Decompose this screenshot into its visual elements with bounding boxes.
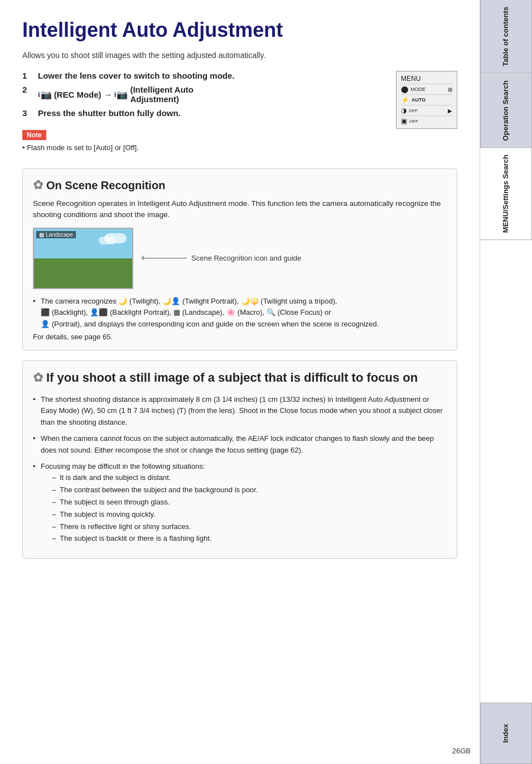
intelligent-auto-label: (Intelligent AutoAdjustment)	[130, 85, 194, 104]
focus-bullet-3: Focusing may be difficult in the followi…	[33, 461, 447, 545]
sub-bullet-3: The subject is seen through glass.	[52, 497, 447, 508]
twilight-label: (Twilight),	[129, 297, 162, 305]
twilight-tripod-icon: 🌙🔱	[241, 297, 259, 305]
scene-desc: Scene Recognition operates in Intelligen…	[33, 198, 447, 221]
backlight-label: (Backlight),	[52, 308, 90, 316]
cloud-shape-2	[99, 237, 115, 244]
backlight-portrait-label: (Backlight Portrait),	[110, 308, 173, 316]
landscape-label: (Landscape),	[182, 308, 227, 316]
steps-left: 1 Lower the lens cover to switch to shoo…	[22, 71, 387, 161]
rec-mode-label: (REC Mode) →	[54, 90, 112, 99]
i-letter: i	[38, 90, 40, 99]
focus-title-text: If you shoot a still image of a subject …	[46, 370, 418, 386]
sub-bullet-6: The subject is backlit or there is a fla…	[52, 533, 447, 545]
quality-off: OFF	[409, 119, 418, 124]
step-3-text: Press the shutter button fully down.	[38, 108, 181, 118]
preview-label-text: Landscape	[46, 232, 73, 238]
sidebar-tab-toc[interactable]: Table of contents	[480, 0, 532, 74]
scene-bullet-1: The camera recognizes 🌙 (Twilight), 🌙👤 (…	[33, 296, 447, 330]
step-1: 1 Lower the lens cover to switch to shoo…	[22, 71, 387, 80]
ui-right-icon2: ▶	[448, 108, 452, 114]
sidebar: Table of contents Operation Search MENU/…	[480, 0, 532, 764]
self-icon: ◑	[401, 107, 407, 114]
scene-bullet-text-start: The camera recognizes	[41, 297, 118, 305]
focus-section-title: ✿ If you shoot a still image of a subjec…	[33, 370, 447, 386]
twilight-tripod-label: (Twilight using a tripod),	[260, 297, 337, 305]
main-content: Intelligent Auto Adjustment Allows you t…	[0, 0, 480, 764]
backlight-icon: ⬛	[41, 308, 50, 316]
guide-line	[142, 258, 187, 258]
camera-icon-1: 📷	[41, 89, 52, 100]
mode-label: MODE	[410, 87, 425, 92]
camera-icon-2: 📷	[117, 89, 128, 100]
step-3: 3 Press the shutter button fully down.	[22, 108, 387, 118]
step-3-num: 3	[22, 108, 38, 118]
step-2-text: i 📷 (REC Mode) → i 📷 (Intelligent AutoAd…	[38, 85, 194, 104]
scene-title-text: On Scene Recognition	[46, 179, 165, 192]
step-2-num: 2	[22, 85, 38, 94]
portrait-icon: 👤	[41, 320, 50, 328]
twilight-portrait-icon: 🌙👤	[162, 297, 180, 305]
scene-demo: ▦ Landscape Scene Recognition icon and g…	[33, 228, 447, 289]
macro-label: (Macro),	[238, 308, 267, 316]
sub-bullets: It is dark and the subject is distant. T…	[41, 472, 447, 545]
menu-icon: MENU	[401, 75, 420, 83]
note-label-box: Note	[22, 130, 46, 140]
sidebar-tab-index[interactable]: Index	[480, 703, 532, 764]
flash-label: AUTO	[412, 97, 425, 103]
landscape-icon: ▦	[173, 308, 180, 316]
twilight-icon: 🌙	[118, 297, 127, 305]
sidebar-tab-operation[interactable]: Operation Search	[480, 74, 532, 148]
portrait-label: (Portrait), and displays the correspondi…	[52, 320, 379, 328]
ui-row-self: ◑ OFF ▶	[401, 105, 452, 116]
sun-icon-2: ✿	[33, 370, 43, 386]
scene-guide-label-wrapper: Scene Recognition icon and guide	[142, 254, 301, 262]
ui-row-flash: ⚡ AUTO	[401, 95, 452, 105]
sub-bullet-2: The contrast between the subject and the…	[52, 484, 447, 496]
focus-bullet-list: The shortest shooting distance is approx…	[33, 394, 447, 545]
page-title: Intelligent Auto Adjustment	[22, 18, 457, 42]
self-off: OFF	[409, 108, 418, 113]
intelligent-auto-icon: i 📷	[114, 89, 128, 100]
steps-and-ui: 1 Lower the lens cover to switch to shoo…	[22, 71, 457, 161]
ui-row-menu: MENU	[401, 74, 452, 84]
i-letter-2: i	[114, 90, 117, 99]
camera-ui-panel: MENU ⬤ MODE ⊞ ⚡ AUTO ◑ OFF ▶ ▣	[396, 71, 457, 129]
flash-icon: ⚡	[401, 96, 409, 104]
sub-bullet-4: The subject is moving quickly.	[52, 509, 447, 521]
backlight-portrait-icon: 👤⬛	[90, 308, 108, 316]
note-text: • Flash mode is set to [Auto] or [Off].	[22, 143, 387, 152]
camera-preview: ▦ Landscape	[33, 228, 133, 289]
focus-bullet-2: When the camera cannot focus on the subj…	[33, 433, 447, 457]
focus-bullet-3-text: Focusing may be difficult in the followi…	[41, 462, 205, 470]
preview-label-icon: ▦	[39, 232, 44, 238]
quality-icon: ▣	[401, 117, 407, 125]
step-1-text: Lower the lens cover to switch to shooti…	[38, 71, 235, 80]
page-wrapper: Intelligent Auto Adjustment Allows you t…	[0, 0, 532, 764]
step-1-num: 1	[22, 71, 38, 80]
preview-label: ▦ Landscape	[36, 231, 76, 238]
sub-bullet-5: There is reflective light or shiny surfa…	[52, 521, 447, 533]
sidebar-tab-menu[interactable]: MENU/Settings Search	[480, 148, 532, 240]
step-2: 2 i 📷 (REC Mode) → i 📷 (Intellige	[22, 85, 387, 104]
ui-row-mode: ⬤ MODE ⊞	[401, 84, 452, 95]
note-bullet: •	[22, 143, 27, 152]
page-number: 26GB	[452, 747, 471, 755]
subtitle: Allows you to shoot still images with th…	[22, 51, 457, 60]
close-focus-icon: 🔍	[267, 308, 275, 316]
rec-mode-icon: i 📷	[38, 89, 52, 100]
scene-bullet-list: The camera recognizes 🌙 (Twilight), 🌙👤 (…	[33, 296, 447, 330]
scene-recognition-section: ✿ On Scene Recognition Scene Recognition…	[22, 169, 457, 350]
ui-right-icon1: ⊞	[448, 87, 452, 93]
scene-recognition-title: ✿ On Scene Recognition	[33, 178, 447, 193]
focus-bullet-1: The shortest shooting distance is approx…	[33, 394, 447, 429]
scene-guide-label: Scene Recognition icon and guide	[191, 254, 301, 262]
sun-icon: ✿	[33, 178, 43, 193]
mode-icon: ⬤	[401, 85, 408, 93]
sidebar-spacer	[480, 240, 532, 703]
for-details: For details, see page 65.	[33, 333, 447, 341]
close-focus-label: (Close Focus) or	[277, 308, 331, 316]
ui-row-quality: ▣ OFF	[401, 116, 452, 126]
note-text-content: Flash mode is set to [Auto] or [Off].	[27, 143, 139, 152]
twilight-portrait-label: (Twilight Portrait),	[182, 297, 241, 305]
